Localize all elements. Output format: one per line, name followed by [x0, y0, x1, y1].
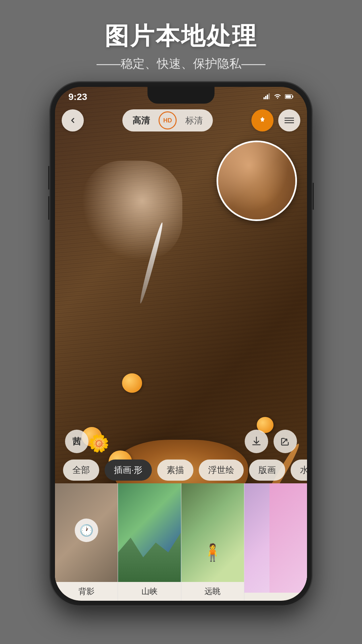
battery-icon — [285, 93, 294, 101]
phone-frame: 🌼 9:23 — [50, 82, 312, 605]
phone-screen: 🌼 9:23 — [55, 87, 307, 601]
tab-all[interactable]: 全部 — [63, 460, 99, 481]
quality-standard-option[interactable]: 标清 — [178, 112, 210, 129]
thumb-person: 🧍 — [202, 543, 223, 562]
notch — [147, 87, 215, 104]
thumb-img-3 — [244, 483, 307, 593]
page-subtitle: ——稳定、快速、保护隐私—— — [97, 56, 265, 72]
svg-rect-0 — [263, 97, 265, 99]
toolbar: 高清 HD 标清 — [55, 107, 307, 134]
thumb-mountain-scene — [118, 533, 181, 582]
header-section: 图片本地处理 ——稳定、快速、保护隐私—— — [97, 0, 265, 82]
quality-selector: 高清 HD 标清 — [122, 109, 213, 131]
thumb-label-0: 背影 — [78, 582, 95, 601]
tab-more[interactable]: 水... — [291, 460, 307, 481]
wifi-icon — [274, 93, 282, 101]
thumb-item-3[interactable] — [244, 483, 307, 601]
thumb-label-1: 山峡 — [141, 582, 158, 601]
filter-adjust-button[interactable]: 茜 — [65, 430, 88, 453]
thumb-img-2: 🧍 — [181, 483, 244, 582]
fruit-6 — [122, 373, 142, 393]
hd-badge: HD — [159, 111, 177, 129]
tab-ukiyoe[interactable]: 浮世绘 — [199, 460, 244, 481]
back-button[interactable] — [62, 109, 84, 131]
thumb-pink-figure — [269, 483, 307, 593]
signal-icon — [263, 93, 270, 101]
filter-thumbnails: 🕐 背影 山峡 🧍 远眺 — [55, 483, 307, 601]
svg-point-4 — [277, 98, 278, 99]
original-image-circle — [217, 141, 297, 221]
filter-tabs: 全部 插画·形 素描 浮世绘 版画 水... — [55, 457, 307, 483]
tab-woodblock[interactable]: 版画 — [249, 460, 285, 481]
phone-wrapper: 🌼 9:23 — [50, 82, 312, 605]
thumb-label-2: 远眺 — [204, 582, 221, 601]
download-button[interactable] — [245, 430, 268, 453]
status-time: 9:23 — [68, 92, 87, 102]
thumb-item-0[interactable]: 🕐 背影 — [55, 483, 118, 601]
svg-rect-1 — [265, 96, 266, 99]
share-button[interactable] — [274, 430, 297, 453]
menu-button[interactable] — [278, 109, 300, 131]
svg-rect-3 — [268, 93, 270, 99]
original-image-content — [218, 142, 295, 219]
thumb-item-1[interactable]: 山峡 — [118, 483, 181, 601]
favorite-button[interactable] — [251, 109, 274, 131]
status-icons — [263, 93, 294, 101]
thumb-img-1 — [118, 483, 181, 582]
toolbar-right-buttons — [251, 109, 300, 131]
svg-rect-2 — [267, 95, 268, 99]
svg-rect-6 — [292, 96, 293, 98]
thumb-icon-clock: 🕐 — [75, 519, 98, 542]
thumb-img-0: 🕐 — [55, 483, 118, 582]
bottom-right-buttons — [245, 430, 297, 453]
quality-high-option[interactable]: 高清 — [125, 112, 157, 129]
svg-rect-7 — [286, 95, 291, 98]
page-title: 图片本地处理 — [97, 20, 265, 52]
thumb-item-2[interactable]: 🧍 远眺 — [181, 483, 244, 601]
hand-pour-area — [82, 161, 182, 261]
tab-sketch[interactable]: 素描 — [157, 460, 193, 481]
tab-illustration[interactable]: 插画·形 — [105, 460, 152, 481]
bottom-actions: 茜 — [55, 426, 307, 457]
